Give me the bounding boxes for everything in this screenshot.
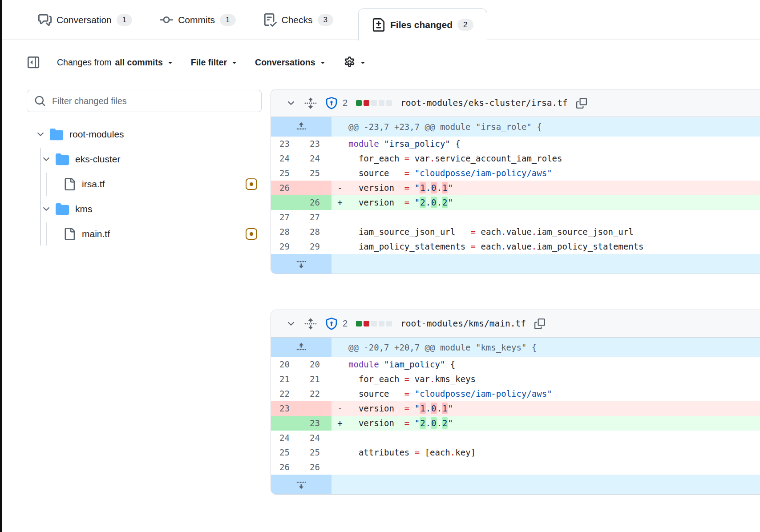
tree-item-kms[interactable]: kms bbox=[27, 197, 262, 222]
diff-line: 2222 source = "cloudposse/iam-policy/aws… bbox=[271, 387, 760, 401]
diff-settings-dropdown[interactable] bbox=[344, 56, 367, 69]
expand-down-button[interactable] bbox=[271, 254, 331, 274]
diff-card: 2root-modules/eks-cluster/irsa.tf@@ -23,… bbox=[271, 89, 760, 274]
filter-changed-files-input[interactable] bbox=[27, 90, 262, 112]
line-number-new[interactable]: 23 bbox=[301, 137, 331, 151]
tree-item-label: kms bbox=[75, 204, 93, 214]
copy-path-button[interactable] bbox=[576, 98, 587, 109]
line-number-old[interactable]: 27 bbox=[271, 210, 301, 225]
hunk-header-row: @@ -23,7 +23,7 @@ module "irsa_role" { bbox=[271, 117, 760, 137]
chevron-down-icon bbox=[41, 204, 51, 214]
line-number-new[interactable]: 25 bbox=[301, 445, 331, 460]
diff-line: 2323 module "irsa_policy" { bbox=[271, 137, 760, 151]
tree-item-label: eks-cluster bbox=[75, 154, 121, 165]
file-path-link[interactable]: root-modules/kms/main.tf bbox=[400, 318, 526, 329]
shield-lock-icon bbox=[325, 318, 338, 330]
tab-commits[interactable]: Commits1 bbox=[157, 0, 238, 40]
copy-icon bbox=[576, 98, 587, 109]
line-number-new[interactable]: 22 bbox=[301, 387, 331, 401]
line-number-old[interactable] bbox=[271, 416, 301, 431]
line-number-new[interactable]: 24 bbox=[301, 431, 331, 445]
move-file-button[interactable] bbox=[304, 318, 317, 330]
code-cell: attributes = [each.key] bbox=[331, 445, 760, 460]
diffstat bbox=[356, 100, 392, 106]
line-number-old[interactable]: 26 bbox=[271, 460, 301, 475]
diff-file-header: 2root-modules/kms/main.tf bbox=[271, 310, 760, 338]
tree-item-eks-cluster[interactable]: eks-cluster bbox=[27, 147, 262, 172]
line-number-old[interactable]: 23 bbox=[271, 137, 301, 151]
line-number-new[interactable]: 27 bbox=[301, 210, 331, 225]
collapse-sidebar-button[interactable] bbox=[27, 56, 40, 69]
tree-item-irsa.tf[interactable]: irsa.tf bbox=[27, 172, 262, 197]
copy-path-button[interactable] bbox=[534, 318, 545, 329]
line-number-old[interactable]: 25 bbox=[271, 166, 301, 181]
tree-item-label: main.tf bbox=[82, 229, 110, 239]
tab-files-changed[interactable]: Files changed2 bbox=[358, 8, 487, 40]
line-number-old[interactable]: 24 bbox=[271, 431, 301, 445]
hunk-header-text: @@ -20,7 +20,7 @@ module "kms_keys" { bbox=[331, 338, 760, 357]
chevron-down-icon bbox=[286, 319, 296, 329]
annotations-button[interactable]: 2 bbox=[325, 318, 348, 330]
line-number-old[interactable]: 23 bbox=[271, 401, 301, 416]
line-number-new[interactable]: 29 bbox=[301, 239, 331, 254]
gear-icon bbox=[344, 56, 356, 69]
line-number-old[interactable] bbox=[271, 195, 301, 210]
file-icon bbox=[63, 228, 76, 240]
code-cell: source = "cloudposse/iam-policy/aws" bbox=[331, 166, 760, 181]
fold-down-icon bbox=[296, 479, 307, 490]
expand-up-button[interactable] bbox=[271, 338, 331, 357]
code-cell: iam_source_json_url = each.value.iam_sou… bbox=[331, 225, 760, 239]
caret-down-icon bbox=[166, 59, 174, 66]
expand-down-button[interactable] bbox=[271, 475, 331, 494]
file-path-link[interactable]: root-modules/eks-cluster/irsa.tf bbox=[400, 98, 568, 108]
line-number-old[interactable]: 29 bbox=[271, 239, 301, 254]
line-number-old[interactable]: 28 bbox=[271, 225, 301, 239]
line-number-new[interactable] bbox=[301, 401, 331, 416]
expand-up-button[interactable] bbox=[271, 117, 331, 137]
line-number-old[interactable]: 24 bbox=[271, 151, 301, 166]
line-number-old[interactable]: 25 bbox=[271, 445, 301, 460]
hunk-header-text: @@ -23,7 +23,7 @@ module "irsa_role" { bbox=[331, 117, 760, 137]
line-number-old[interactable]: 26 bbox=[271, 181, 301, 195]
collapse-file-button[interactable] bbox=[286, 98, 296, 108]
file-filter-label: File filter bbox=[191, 57, 227, 68]
code-cell bbox=[331, 460, 760, 475]
line-number-new[interactable] bbox=[301, 181, 331, 195]
code-cell: + version = "2.0.2" bbox=[331, 416, 760, 431]
move-file-button[interactable] bbox=[304, 97, 317, 109]
line-number-new[interactable]: 23 bbox=[301, 416, 331, 431]
conversations-dropdown[interactable]: Conversations bbox=[255, 57, 326, 68]
annotations-button[interactable]: 2 bbox=[325, 97, 348, 109]
tab-label: Files changed bbox=[390, 20, 453, 30]
line-number-new[interactable]: 24 bbox=[301, 151, 331, 166]
line-number-new[interactable]: 26 bbox=[301, 195, 331, 210]
tree-item-root-modules[interactable]: root-modules bbox=[27, 122, 262, 147]
tab-conversation[interactable]: Conversation1 bbox=[36, 0, 135, 40]
tab-checks[interactable]: Checks3 bbox=[261, 0, 336, 40]
tree-item-main.tf[interactable]: main.tf bbox=[27, 222, 262, 246]
comment-discussion-icon bbox=[38, 13, 52, 27]
annotation-count: 2 bbox=[343, 98, 348, 108]
line-number-old[interactable]: 22 bbox=[271, 387, 301, 401]
collapse-file-button[interactable] bbox=[286, 319, 296, 329]
diff-line: 2626 bbox=[271, 460, 760, 475]
caret-down-icon bbox=[230, 59, 238, 66]
line-number-new[interactable]: 26 bbox=[301, 460, 331, 475]
line-number-new[interactable]: 21 bbox=[301, 372, 331, 387]
file-filter-dropdown[interactable]: File filter bbox=[191, 57, 238, 68]
move-icon bbox=[304, 97, 317, 109]
file-tree-sidebar: root-moduleseks-clusterirsa.tfkmsmain.tf bbox=[27, 90, 262, 246]
line-number-new[interactable]: 28 bbox=[301, 225, 331, 239]
expand-down-row bbox=[271, 254, 760, 274]
diff-line: 2828 iam_source_json_url = each.value.ia… bbox=[271, 225, 760, 239]
line-number-old[interactable]: 20 bbox=[271, 357, 301, 372]
code-cell: - version = "1.0.1" bbox=[331, 401, 760, 416]
tree-indent-guide bbox=[46, 222, 47, 246]
line-number-new[interactable]: 20 bbox=[301, 357, 331, 372]
line-number-old[interactable]: 21 bbox=[271, 372, 301, 387]
changes-from-label: Changes from bbox=[57, 57, 111, 68]
line-number-new[interactable]: 25 bbox=[301, 166, 331, 181]
code-cell: iam_policy_statements = each.value.iam_p… bbox=[331, 239, 760, 254]
diff-table: @@ -20,7 +20,7 @@ module "kms_keys" {202… bbox=[271, 338, 760, 494]
changes-from-dropdown[interactable]: Changes from all commits bbox=[57, 57, 174, 68]
